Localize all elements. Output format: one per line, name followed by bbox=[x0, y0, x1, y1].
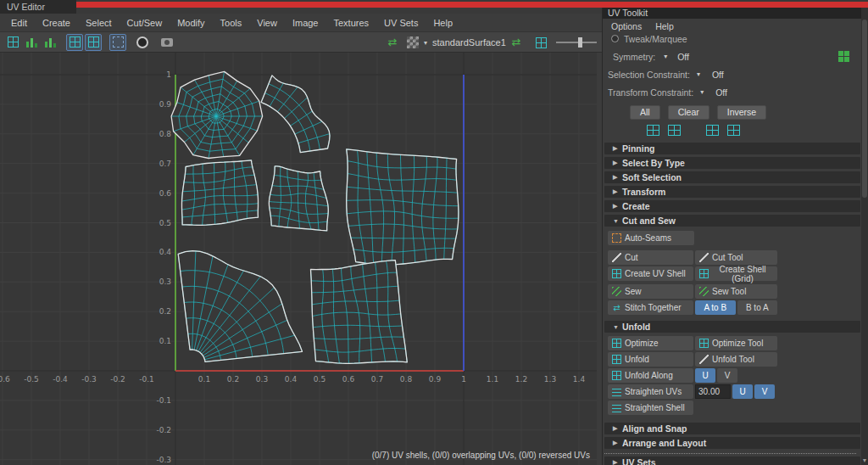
bars-glyph-icon bbox=[44, 36, 56, 48]
unfold-along-button[interactable]: Unfold Along bbox=[608, 368, 693, 383]
section-soft-selection[interactable]: Soft Selection bbox=[604, 171, 860, 183]
toolkit-menu-options[interactable]: Options bbox=[611, 21, 642, 31]
unfold-tool-button[interactable]: Unfold Tool bbox=[695, 352, 777, 367]
cut-button[interactable]: Cut bbox=[608, 250, 693, 265]
uv-canvas-svg[interactable]: -0.6-0.5-0.4-0.3-0.2-0.10.10.20.30.40.50… bbox=[0, 53, 597, 465]
sew-button[interactable]: Sew bbox=[608, 284, 693, 299]
selection-icons-row bbox=[603, 124, 868, 137]
select-shell-icon[interactable] bbox=[706, 125, 719, 136]
uv-shell-disc[interactable] bbox=[171, 71, 263, 158]
uv-distortion-icon[interactable] bbox=[23, 34, 40, 51]
menu-help[interactable]: Help bbox=[426, 18, 460, 28]
section-transform[interactable]: Transform bbox=[604, 186, 860, 198]
texture-name-label[interactable]: standardSurface1 bbox=[432, 37, 506, 48]
select-border-icon[interactable] bbox=[727, 125, 740, 136]
shrink-selection-icon[interactable] bbox=[647, 125, 659, 136]
update-texture-icon[interactable] bbox=[384, 34, 401, 51]
b-to-a-button[interactable]: B to A bbox=[737, 300, 778, 315]
all-button[interactable]: All bbox=[630, 105, 660, 120]
straighten-v-button[interactable]: V bbox=[754, 384, 775, 399]
symmetry-grid-icon[interactable] bbox=[838, 51, 849, 62]
uv-toolkit-title[interactable]: UV Toolkit bbox=[603, 8, 868, 19]
menu-cut-sew[interactable]: Cut/Sew bbox=[120, 18, 170, 28]
slider-handle[interactable] bbox=[578, 37, 582, 48]
shade-uvs-icon[interactable] bbox=[134, 34, 151, 51]
tweak-marquee-radio[interactable] bbox=[611, 35, 619, 42]
uv-grid-display-icon[interactable] bbox=[4, 34, 21, 51]
uv-shell-small-left[interactable] bbox=[182, 160, 259, 225]
auto-seams-button[interactable]: Auto-Seams bbox=[608, 231, 694, 245]
create-shell-grid-button[interactable]: Create Shell (Grid) bbox=[695, 266, 777, 281]
optimize-tool-icon bbox=[699, 339, 709, 348]
section-uv-sets[interactable]: UV Sets bbox=[604, 457, 860, 465]
selection-constraint-value[interactable]: Off bbox=[712, 70, 724, 80]
menu-tools[interactable]: Tools bbox=[213, 18, 250, 28]
menu-view[interactable]: View bbox=[249, 18, 285, 28]
uv-canvas[interactable]: -0.6-0.5-0.4-0.3-0.2-0.10.10.20.30.40.50… bbox=[0, 53, 597, 465]
straighten-u-button[interactable]: U bbox=[732, 384, 753, 399]
optimize-button[interactable]: Optimize bbox=[608, 336, 693, 350]
stitch-together-button[interactable]: Stitch Together bbox=[608, 300, 693, 315]
sew-tool-button[interactable]: Sew Tool bbox=[695, 284, 777, 299]
menu-modify[interactable]: Modify bbox=[170, 18, 212, 28]
marquee-select-icon[interactable] bbox=[109, 34, 126, 51]
image-brightness-slider[interactable] bbox=[556, 42, 597, 43]
svg-text:0.7: 0.7 bbox=[159, 160, 171, 168]
uv-shell-small-mid[interactable] bbox=[269, 166, 328, 231]
uv-shell-bottom-right[interactable] bbox=[311, 261, 408, 364]
section-align-and-snap[interactable]: Align and Snap bbox=[604, 423, 860, 434]
uv-snapshot-camera-icon[interactable] bbox=[159, 34, 175, 51]
scroll-down-icon[interactable] bbox=[861, 457, 868, 463]
uv-shell-fan[interactable] bbox=[178, 251, 302, 362]
svg-text:0.1: 0.1 bbox=[159, 337, 171, 345]
uv-checker-display-icon[interactable] bbox=[42, 34, 58, 51]
uv-editor-panel-tab[interactable]: UV Editor bbox=[0, 0, 76, 14]
section-unfold[interactable]: Unfold bbox=[604, 321, 860, 333]
image-display-icon[interactable] bbox=[532, 34, 549, 51]
a-to-b-button[interactable]: A to B bbox=[695, 300, 736, 315]
straighten-angle-input[interactable] bbox=[695, 384, 731, 399]
grow-selection-icon[interactable] bbox=[668, 125, 681, 136]
optimize-tool-button[interactable]: Optimize Tool bbox=[695, 336, 777, 350]
menu-image[interactable]: Image bbox=[285, 18, 326, 28]
optimize-label: Optimize bbox=[625, 339, 658, 348]
svg-text:0.6: 0.6 bbox=[342, 375, 355, 384]
symmetry-dropdown-icon[interactable] bbox=[664, 53, 667, 60]
isolate-select-icon[interactable] bbox=[66, 34, 83, 51]
texture-checker-icon[interactable] bbox=[407, 36, 419, 48]
menu-textures[interactable]: Textures bbox=[326, 18, 376, 28]
straighten-uvs-button[interactable]: Straighten UVs bbox=[608, 384, 693, 399]
toolkit-menu-help[interactable]: Help bbox=[655, 21, 674, 31]
unfold-along-u-button[interactable]: U bbox=[695, 368, 715, 383]
section-arrange-and-layout[interactable]: Arrange and Layout bbox=[604, 437, 860, 449]
symmetry-value[interactable]: Off bbox=[677, 52, 689, 62]
svg-text:0.2: 0.2 bbox=[159, 307, 171, 316]
unfold-along-v-button[interactable]: V bbox=[717, 368, 737, 383]
selection-constraint-dropdown-icon[interactable] bbox=[697, 70, 700, 78]
clear-button[interactable]: Clear bbox=[668, 105, 709, 120]
inverse-button[interactable]: Inverse bbox=[717, 105, 766, 120]
refresh-image-icon[interactable] bbox=[508, 34, 525, 51]
transform-constraint-dropdown-icon[interactable] bbox=[700, 88, 704, 96]
menu-create[interactable]: Create bbox=[35, 18, 78, 28]
section-pinning[interactable]: Pinning bbox=[604, 143, 860, 154]
menu-edit[interactable]: Edit bbox=[3, 18, 35, 28]
texture-dropdown-icon[interactable] bbox=[424, 39, 427, 47]
transform-constraint-value[interactable]: Off bbox=[715, 87, 727, 98]
isolate-add-icon[interactable] bbox=[85, 34, 102, 51]
uv-shell-large-right[interactable] bbox=[347, 149, 459, 265]
uv-editor-toolbar: standardSurface1 bbox=[0, 32, 602, 53]
menu-uv-sets[interactable]: UV Sets bbox=[376, 18, 426, 28]
scrollbar-thumb[interactable] bbox=[862, 20, 867, 198]
menu-select[interactable]: Select bbox=[78, 18, 120, 28]
straighten-shell-button[interactable]: Straighten Shell bbox=[608, 401, 693, 415]
transform-constraint-label: Transform Constraint: bbox=[608, 87, 693, 98]
cut-tool-button[interactable]: Cut Tool bbox=[695, 250, 777, 265]
section-select-by-type[interactable]: Select By Type bbox=[604, 157, 860, 169]
tweak-marquee-row: Tweak/Marquee bbox=[603, 33, 868, 44]
create-uv-shell-button[interactable]: Create UV Shell bbox=[608, 266, 693, 281]
toolkit-scrollbar[interactable] bbox=[861, 8, 868, 465]
unfold-button[interactable]: Unfold bbox=[608, 352, 693, 367]
section-create[interactable]: Create bbox=[604, 200, 860, 212]
section-cut-and-sew[interactable]: Cut and Sew bbox=[604, 215, 860, 227]
